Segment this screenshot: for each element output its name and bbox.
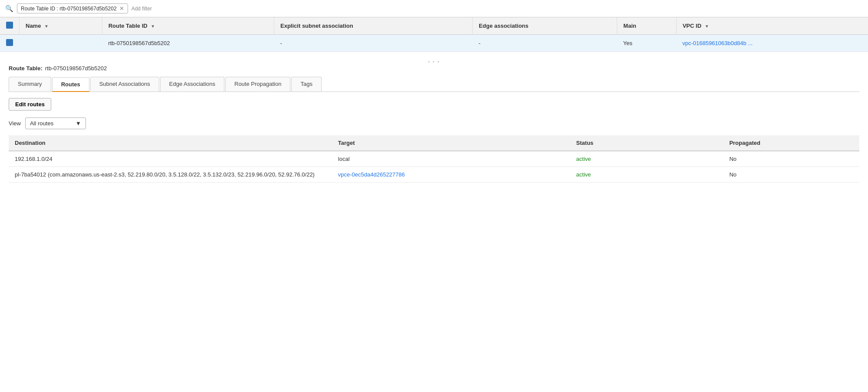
vpc-endpoint-link[interactable]: vpce-0ec5da4d265227786 bbox=[338, 171, 405, 178]
row-checkbox[interactable] bbox=[6, 39, 13, 46]
routes-table: Destination Target Status Propagated 192… bbox=[9, 135, 859, 183]
view-filter-row: View All routes ▼ bbox=[9, 118, 859, 129]
filter-tag[interactable]: Route Table ID : rtb-0750198567d5b5202 ✕ bbox=[17, 3, 128, 13]
row-main: Yes bbox=[617, 35, 676, 52]
row-vpc-id: vpc-01685961063b0d84b ... bbox=[676, 35, 868, 52]
route-tables-table: Name ▼ Route Table ID ▼ Explicit subnet … bbox=[0, 17, 868, 52]
vpc-id-sort-icon[interactable]: ▼ bbox=[705, 24, 709, 29]
row-explicit-subnet: - bbox=[274, 35, 473, 52]
header-main: Main bbox=[617, 17, 676, 35]
route-table-heading: Route Table: rtb-0750198567d5b5202 bbox=[9, 65, 859, 72]
edit-routes-button[interactable]: Edit routes bbox=[9, 98, 51, 111]
routes-header-propagated: Propagated bbox=[723, 135, 859, 151]
route-destination-2: pl-7ba54012 (com.amazonaws.us-east-2.s3,… bbox=[9, 167, 332, 183]
route-table-id-sort-icon[interactable]: ▼ bbox=[151, 24, 155, 29]
header-vpc-id: VPC ID ▼ bbox=[676, 17, 868, 35]
table-row[interactable]: rtb-0750198567d5b5202 - - Yes vpc-016859… bbox=[0, 35, 868, 52]
row-name bbox=[20, 35, 102, 52]
name-sort-icon[interactable]: ▼ bbox=[44, 24, 49, 29]
view-select-dropdown[interactable]: All routes ▼ bbox=[25, 118, 86, 129]
header-checkbox-col bbox=[0, 17, 20, 35]
view-select-value: All routes bbox=[30, 120, 53, 127]
route-propagated-1: No bbox=[723, 151, 859, 167]
select-all-checkbox[interactable] bbox=[6, 22, 13, 29]
tab-routes[interactable]: Routes bbox=[52, 77, 89, 92]
route-destination-1: 192.168.1.0/24 bbox=[9, 151, 332, 167]
add-filter-placeholder[interactable]: Add filter bbox=[132, 6, 152, 12]
route-target-1: local bbox=[332, 151, 570, 167]
routes-header-destination: Destination bbox=[9, 135, 332, 151]
tab-tags[interactable]: Tags bbox=[291, 77, 321, 91]
route-propagated-2: No bbox=[723, 167, 859, 183]
tab-edge-associations[interactable]: Edge Associations bbox=[160, 77, 224, 91]
dropdown-arrow-icon: ▼ bbox=[76, 120, 81, 127]
detail-panel: • • • Route Table: rtb-0750198567d5b5202… bbox=[0, 52, 868, 183]
route-target-2: vpce-0ec5da4d265227786 bbox=[332, 167, 570, 183]
row-route-table-id: rtb-0750198567d5b5202 bbox=[102, 35, 274, 52]
header-edge-associations: Edge associations bbox=[473, 17, 617, 35]
search-icon: 🔍 bbox=[5, 5, 13, 13]
remove-filter-icon[interactable]: ✕ bbox=[119, 5, 124, 12]
tab-summary[interactable]: Summary bbox=[9, 77, 51, 91]
row-edge-associations: - bbox=[473, 35, 617, 52]
header-route-table-id: Route Table ID ▼ bbox=[102, 17, 274, 35]
search-bar: 🔍 Route Table ID : rtb-0750198567d5b5202… bbox=[0, 0, 868, 17]
table-row: pl-7ba54012 (com.amazonaws.us-east-2.s3,… bbox=[9, 167, 859, 183]
view-label: View bbox=[9, 120, 21, 127]
header-explicit-subnet: Explicit subnet association bbox=[274, 17, 473, 35]
vpc-id-link[interactable]: vpc-01685961063b0d84b ... bbox=[682, 40, 753, 46]
drag-handle[interactable]: • • • bbox=[9, 59, 859, 64]
tab-subnet-associations[interactable]: Subnet Associations bbox=[90, 77, 159, 91]
table-row: 192.168.1.0/24 local active No bbox=[9, 151, 859, 167]
routes-header-target: Target bbox=[332, 135, 570, 151]
route-status-2: active bbox=[570, 167, 723, 183]
route-status-1: active bbox=[570, 151, 723, 167]
tab-route-propagation[interactable]: Route Propagation bbox=[225, 77, 290, 91]
detail-route-table-id: rtb-0750198567d5b5202 bbox=[45, 65, 107, 72]
header-name: Name ▼ bbox=[20, 17, 102, 35]
detail-tabs: Summary Routes Subnet Associations Edge … bbox=[9, 77, 859, 92]
filter-tag-label: Route Table ID : rtb-0750198567d5b5202 bbox=[21, 6, 117, 12]
row-checkbox-cell bbox=[0, 35, 20, 52]
routes-header-status: Status bbox=[570, 135, 723, 151]
